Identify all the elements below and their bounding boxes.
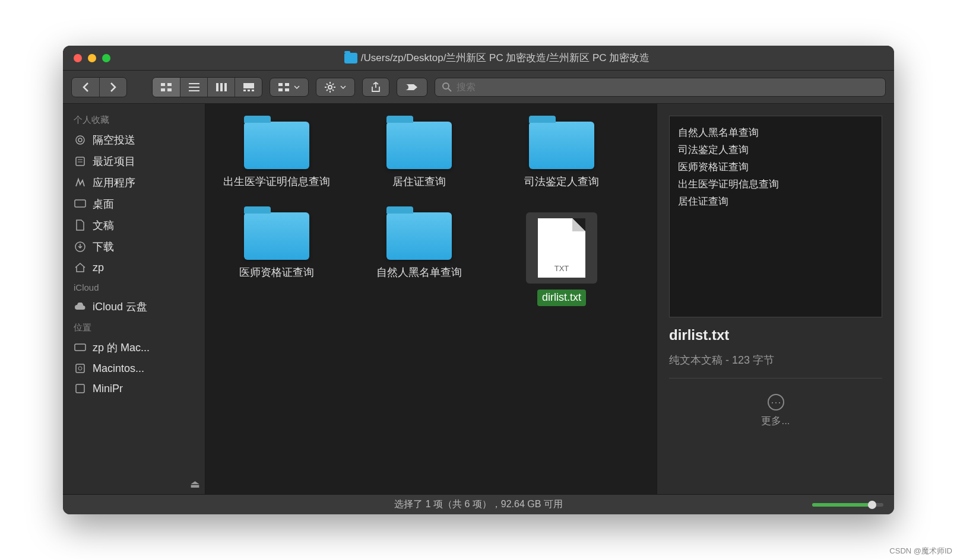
- computer-icon: [74, 341, 87, 354]
- sidebar-item-label: 应用程序: [93, 176, 135, 190]
- file-item[interactable]: TXTdirlist.txt: [508, 212, 615, 306]
- svg-rect-5: [189, 87, 199, 88]
- documents-icon: [74, 219, 87, 232]
- status-text: 选择了 1 项（共 6 项），92.64 GB 可用: [394, 498, 563, 511]
- downloads-icon: [74, 240, 87, 253]
- sidebar-item-label: 隔空投送: [93, 133, 135, 147]
- finder-window: /Users/zp/Desktop/兰州新区 PC 加密改造/兰州新区 PC 加…: [63, 46, 894, 514]
- sidebar-item-label: Macintos...: [93, 362, 144, 375]
- sidebar-item-downloads[interactable]: 下载: [63, 236, 205, 257]
- sidebar-item-label: zp 的 Mac...: [93, 341, 150, 355]
- body: 个人收藏 隔空投送 最近项目 应用程序 桌面 文稿 下载 zp iCloud i…: [63, 104, 894, 494]
- sidebar-item-desktop[interactable]: 桌面: [63, 193, 205, 215]
- search-icon: [442, 82, 452, 92]
- folder-item[interactable]: 出生医学证明信息查询: [223, 122, 330, 189]
- airdrop-icon: [74, 133, 87, 147]
- preview-subtitle: 纯文本文稿 - 123 字节: [669, 353, 882, 378]
- sidebar-item-label: 最近项目: [93, 154, 135, 168]
- home-icon: [74, 261, 87, 274]
- group-by-button[interactable]: [270, 78, 309, 97]
- svg-rect-13: [252, 90, 254, 91]
- tags-button[interactable]: [397, 78, 427, 97]
- sidebar-item-computer[interactable]: zp 的 Mac...: [63, 337, 205, 358]
- column-view-button[interactable]: [207, 78, 235, 97]
- share-button[interactable]: [362, 78, 389, 97]
- svg-line-26: [332, 84, 334, 85]
- sidebar-item-label: iCloud 云盘: [93, 300, 147, 314]
- svg-point-30: [76, 136, 84, 144]
- window-title: /Users/zp/Desktop/兰州新区 PC 加密改造/兰州新区 PC 加…: [110, 51, 883, 65]
- eject-icon[interactable]: ⏏: [190, 478, 200, 491]
- search-input[interactable]: [457, 82, 878, 93]
- list-view-button[interactable]: [180, 78, 207, 97]
- statusbar: 选择了 1 项（共 6 项），92.64 GB 可用: [63, 494, 894, 514]
- folder-icon: [386, 212, 452, 260]
- desktop-icon: [74, 198, 87, 211]
- sidebar-section-locations: 位置: [63, 317, 205, 337]
- disk-icon: [74, 382, 87, 395]
- sidebar-item-label: 下载: [93, 240, 114, 254]
- folder-item[interactable]: 居住证查询: [366, 122, 473, 189]
- sidebar-item-macintosh-hd[interactable]: Macintos...: [63, 358, 205, 378]
- folder-item[interactable]: 司法鉴定人查询: [508, 122, 615, 189]
- item-label: 医师资格证查询: [239, 266, 314, 279]
- svg-rect-16: [278, 88, 283, 91]
- sidebar-item-documents[interactable]: 文稿: [63, 215, 205, 236]
- maximize-button[interactable]: [102, 54, 110, 62]
- svg-rect-0: [161, 83, 165, 86]
- svg-point-29: [78, 138, 82, 142]
- svg-point-18: [328, 85, 332, 89]
- window-controls: [74, 54, 110, 62]
- sidebar-item-airdrop[interactable]: 隔空投送: [63, 129, 205, 151]
- svg-rect-31: [76, 157, 84, 166]
- svg-line-28: [448, 88, 451, 91]
- sidebar-item-label: 文稿: [93, 218, 114, 233]
- svg-rect-11: [243, 90, 246, 91]
- svg-rect-34: [75, 200, 85, 207]
- minimize-button[interactable]: [88, 54, 96, 62]
- sidebar-section-favorites: 个人收藏: [63, 110, 205, 129]
- preview-filename: dirlist.txt: [669, 327, 882, 343]
- preview-pane: 自然人黑名单查询司法鉴定人查询医师资格证查询出生医学证明信息查询居住证查询 di…: [657, 104, 894, 494]
- applications-icon: [74, 176, 87, 189]
- tag-icon: [405, 83, 419, 91]
- item-label: 司法鉴定人查询: [524, 175, 599, 189]
- back-button[interactable]: [72, 78, 99, 97]
- titlebar: /Users/zp/Desktop/兰州新区 PC 加密改造/兰州新区 PC 加…: [63, 46, 894, 71]
- sidebar: 个人收藏 隔空投送 最近项目 应用程序 桌面 文稿 下载 zp iCloud i…: [63, 104, 205, 494]
- sidebar-item-label: 桌面: [93, 197, 114, 211]
- svg-point-27: [443, 83, 449, 89]
- folder-icon: [386, 122, 452, 169]
- svg-rect-9: [224, 83, 227, 91]
- svg-rect-7: [216, 83, 218, 91]
- window-path: /Users/zp/Desktop/兰州新区 PC 加密改造/兰州新区 PC 加…: [361, 51, 649, 65]
- search-field[interactable]: [435, 78, 886, 97]
- svg-line-25: [327, 90, 328, 91]
- forward-button[interactable]: [99, 78, 126, 97]
- svg-rect-36: [75, 344, 85, 351]
- recents-icon: [74, 155, 87, 168]
- close-button[interactable]: [74, 54, 82, 62]
- gallery-view-button[interactable]: [235, 78, 262, 97]
- sidebar-item-recents[interactable]: 最近项目: [63, 151, 205, 172]
- disk-usage-bar[interactable]: [812, 503, 883, 507]
- icon-view-button[interactable]: [153, 78, 180, 97]
- more-label: 更多...: [761, 414, 790, 428]
- file-grid[interactable]: 出生医学证明信息查询居住证查询司法鉴定人查询医师资格证查询自然人黑名单查询TXT…: [205, 104, 657, 494]
- folder-item[interactable]: 医师资格证查询: [223, 212, 330, 306]
- preview-more[interactable]: ⋯ 更多...: [669, 394, 882, 428]
- sidebar-item-label: MiniPr: [93, 383, 123, 395]
- folder-icon: [344, 53, 357, 63]
- folder-item[interactable]: 自然人黑名单查询: [366, 212, 473, 306]
- svg-line-24: [332, 90, 334, 91]
- svg-point-38: [78, 367, 82, 370]
- action-button[interactable]: [316, 78, 355, 97]
- sidebar-item-home[interactable]: zp: [63, 257, 205, 278]
- sidebar-item-minipr[interactable]: MiniPr ⏏: [63, 378, 205, 399]
- svg-rect-2: [161, 88, 165, 91]
- sidebar-item-icloud-drive[interactable]: iCloud 云盘: [63, 296, 205, 317]
- sidebar-item-applications[interactable]: 应用程序: [63, 172, 205, 193]
- svg-rect-12: [248, 90, 250, 91]
- nav-buttons: [71, 77, 127, 97]
- folder-icon: [244, 212, 309, 260]
